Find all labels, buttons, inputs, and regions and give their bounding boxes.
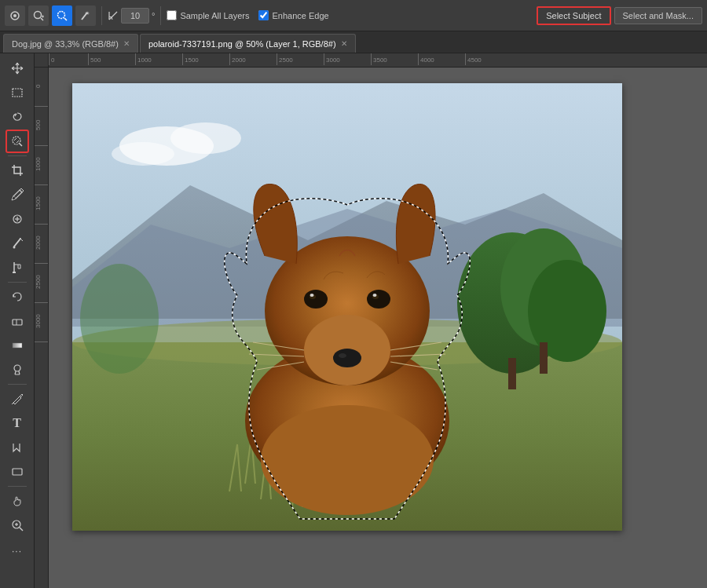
sample-all-layers-checkbox[interactable] <box>167 10 177 20</box>
svg-point-9 <box>13 137 20 144</box>
dog-image-svg <box>72 83 622 531</box>
select-and-mask-button[interactable]: Select and Mask... <box>614 7 703 24</box>
toolbar-brush1-icon[interactable] <box>5 5 25 26</box>
more-tools[interactable]: ··· <box>5 539 29 563</box>
healing-brush-tool[interactable] <box>5 207 29 231</box>
svg-line-3 <box>41 18 43 20</box>
dodge-tool[interactable] <box>5 358 29 382</box>
toolbar-magic-wand-icon[interactable] <box>75 5 96 26</box>
toolbar-add-mode-icon[interactable] <box>28 5 49 26</box>
tab-polaroid[interactable]: polaroid-7337191.png @ 50% (Layer 1, RGB… <box>140 34 356 53</box>
tab-polaroid-close[interactable]: ✕ <box>341 39 347 48</box>
sample-all-layers-text: Sample All Layers <box>180 11 249 20</box>
h-tick-2500: 2500 <box>277 53 324 65</box>
h-tick-2000: 2000 <box>229 53 277 65</box>
ruler-corner <box>35 53 49 68</box>
svg-point-43 <box>339 353 346 358</box>
h-ruler-ticks: 0 500 1000 1500 2000 2500 3000 3500 4000… <box>49 53 512 65</box>
rectangular-marquee-tool[interactable] <box>5 81 29 104</box>
horizontal-ruler: 0 500 1000 1500 2000 2500 3000 3500 4000… <box>49 53 707 68</box>
angle-control: 10 ° <box>108 8 155 24</box>
svg-point-26 <box>170 122 241 154</box>
enhance-edge-text: Enhance Edge <box>272 11 328 20</box>
toolbar-sep1 <box>101 6 102 25</box>
crop-tool[interactable] <box>5 159 29 182</box>
top-toolbar: 10 ° Sample All Layers Enhance Edge Sele… <box>0 0 707 31</box>
eraser-tool[interactable] <box>5 309 29 333</box>
toolbar-sep2 <box>160 6 161 25</box>
v-tick-2500: 2500 <box>35 264 49 303</box>
tab-polaroid-label: polaroid-7337191.png @ 50% (Layer 1, RGB… <box>148 39 336 49</box>
path-selection-tool[interactable] <box>5 436 29 459</box>
tool-sep1 <box>8 155 27 156</box>
h-tick-3500: 3500 <box>371 53 418 65</box>
history-brush-tool[interactable] <box>5 285 29 309</box>
svg-point-17 <box>14 365 20 371</box>
eyedropper-tool[interactable] <box>5 183 29 206</box>
image-frame[interactable] <box>72 83 622 531</box>
tool-sep2 <box>8 282 27 283</box>
text-tool-icon: T <box>13 416 21 430</box>
v-tick-1000: 1000 <box>35 146 49 185</box>
v-tick-500: 500 <box>35 107 49 146</box>
pen-tool[interactable] <box>5 387 29 411</box>
svg-line-20 <box>20 528 23 531</box>
svg-rect-8 <box>13 89 22 97</box>
svg-point-14 <box>13 247 15 249</box>
lasso-tool[interactable] <box>5 105 29 129</box>
svg-point-42 <box>333 349 361 367</box>
vertical-ruler: 0 500 1000 1500 2000 2500 3000 <box>35 68 49 588</box>
svg-point-27 <box>112 142 174 166</box>
hand-tool[interactable] <box>5 489 29 513</box>
svg-point-49 <box>373 294 377 297</box>
v-tick-1500: 1500 <box>35 185 49 225</box>
tab-dog-close[interactable]: ✕ <box>123 39 130 48</box>
h-tick-0: 0 <box>49 53 88 65</box>
svg-rect-15 <box>13 320 22 325</box>
select-subject-button[interactable]: Select Subject <box>537 6 610 25</box>
sample-all-layers-label[interactable]: Sample All Layers <box>167 10 249 20</box>
tab-dog[interactable]: Dog.jpg @ 33,3% (RGB/8#) ✕ <box>3 34 138 53</box>
main-area: T ··· 0 5 <box>0 53 707 588</box>
angle-input[interactable]: 10 <box>121 8 149 24</box>
tab-dog-label: Dog.jpg @ 33,3% (RGB/8#) <box>12 39 119 49</box>
enhance-edge-label[interactable]: Enhance Edge <box>258 10 328 20</box>
v-tick-3000: 3000 <box>35 303 49 342</box>
gradient-tool[interactable] <box>5 334 29 357</box>
more-tools-icon: ··· <box>12 546 22 557</box>
h-tick-500: 500 <box>88 53 135 65</box>
svg-point-37 <box>80 264 159 374</box>
svg-rect-18 <box>13 469 22 475</box>
svg-line-7 <box>64 18 67 20</box>
svg-point-44 <box>304 290 328 309</box>
h-tick-3000: 3000 <box>324 53 371 65</box>
tool-sep4 <box>8 486 27 487</box>
quick-selection-tool-left[interactable] <box>5 130 29 153</box>
svg-line-10 <box>20 144 22 146</box>
brush-tool-left[interactable] <box>5 232 29 255</box>
svg-point-2 <box>35 11 42 18</box>
h-tick-4000: 4000 <box>418 53 465 65</box>
canvas-area: 0 500 1000 1500 2000 2500 3000 3500 4000… <box>35 53 707 588</box>
text-tool[interactable]: T <box>5 411 29 435</box>
h-tick-1000: 1000 <box>135 53 182 65</box>
v-tick-0: 0 <box>35 68 49 107</box>
svg-point-6 <box>58 11 65 18</box>
zoom-tool[interactable] <box>5 513 29 537</box>
left-tool-panel: T ··· <box>0 53 35 588</box>
toolbar-quick-sel-icon[interactable] <box>52 5 72 26</box>
clone-stamp-tool[interactable] <box>5 256 29 279</box>
move-tool[interactable] <box>5 57 29 80</box>
canvas-with-ruler: 0 500 1000 1500 2000 2500 3000 3500 4000… <box>35 53 707 588</box>
svg-point-45 <box>367 290 390 309</box>
v-tick-2000: 2000 <box>35 225 49 264</box>
angle-degree: ° <box>152 11 155 20</box>
shape-tool[interactable] <box>5 460 29 484</box>
angle-icon <box>108 10 119 21</box>
canvas-content[interactable] <box>49 68 707 588</box>
h-tick-1500: 1500 <box>182 53 229 65</box>
svg-point-48 <box>310 294 314 297</box>
svg-rect-35 <box>508 358 516 389</box>
enhance-edge-checkbox[interactable] <box>258 10 269 20</box>
svg-rect-16 <box>13 343 22 348</box>
